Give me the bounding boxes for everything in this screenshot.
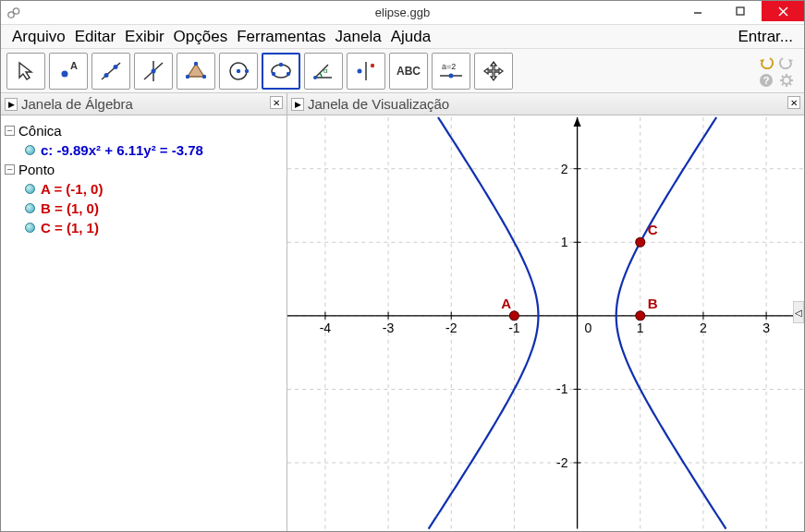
- svg-text:0: 0: [585, 320, 592, 335]
- tree-item-point-a[interactable]: A = (-1, 0): [5, 179, 283, 199]
- svg-text:?: ?: [763, 75, 770, 86]
- svg-text:-1: -1: [556, 382, 568, 397]
- category-label: Cônica: [18, 123, 62, 139]
- slider-tool[interactable]: a=2: [432, 53, 470, 90]
- visibility-dot-icon[interactable]: [25, 184, 35, 194]
- side-collapse-icon[interactable]: ◁: [793, 301, 804, 323]
- point-b-label: B = (1, 0): [41, 200, 99, 216]
- algebra-close-icon[interactable]: ✕: [270, 96, 283, 109]
- menu-editar[interactable]: Editar: [71, 26, 119, 48]
- toolbar-right: ?: [758, 54, 799, 89]
- visibility-dot-icon[interactable]: [25, 223, 35, 233]
- algebra-toggle-icon[interactable]: ▶: [5, 98, 18, 111]
- menu-ajuda[interactable]: Ajuda: [387, 26, 434, 48]
- svg-text:-4: -4: [320, 320, 332, 335]
- svg-point-10: [114, 65, 118, 69]
- tree-item-point-b[interactable]: B = (1, 0): [5, 199, 283, 218]
- menu-opcoes[interactable]: Opções: [170, 26, 232, 48]
- menu-exibir[interactable]: Exibir: [121, 26, 168, 48]
- svg-point-23: [279, 63, 283, 66]
- menu-janela[interactable]: Janela: [332, 26, 385, 48]
- point-tool[interactable]: A: [49, 53, 88, 90]
- move-tool[interactable]: [6, 53, 45, 90]
- svg-text:2: 2: [561, 162, 568, 176]
- svg-point-83: [636, 311, 645, 320]
- svg-text:1: 1: [561, 236, 568, 250]
- graphics-close-icon[interactable]: ✕: [787, 96, 800, 109]
- app-window: elipse.ggb Arquivo Editar Exibir Opções …: [0, 0, 805, 532]
- settings-icon[interactable]: [778, 72, 795, 89]
- svg-point-24: [287, 72, 290, 76]
- collapse-icon[interactable]: −: [5, 164, 15, 175]
- tree-item-conic-c[interactable]: c: -9.89x² + 6.11y² = -3.78: [5, 140, 283, 160]
- graphics-panel-header: ▶ Janela de Visualização ✕: [287, 93, 804, 115]
- svg-text:A: A: [501, 296, 511, 311]
- redo-button[interactable]: [778, 54, 795, 70]
- graph-canvas[interactable]: -4-3-2-1123-2-1120ABC: [287, 115, 804, 531]
- svg-point-15: [194, 62, 198, 66]
- polygon-tool[interactable]: [177, 53, 215, 90]
- point-c-label: C = (1, 1): [41, 220, 99, 236]
- svg-rect-3: [737, 7, 744, 15]
- category-label: Ponto: [18, 162, 55, 177]
- algebra-panel-title: Janela de Álgebra: [21, 96, 133, 112]
- svg-text:A: A: [70, 60, 78, 71]
- svg-point-29: [371, 64, 374, 67]
- minimize-button[interactable]: [677, 1, 719, 21]
- slider-label: a=2: [442, 62, 456, 71]
- graphics-panel-title: Janela de Visualização: [308, 96, 449, 112]
- svg-point-9: [104, 73, 109, 78]
- window-controls: [677, 1, 804, 21]
- svg-point-13: [152, 68, 156, 73]
- reflect-tool[interactable]: [347, 53, 385, 90]
- move-view-tool[interactable]: [474, 53, 513, 90]
- svg-point-34: [783, 77, 790, 84]
- algebra-tree: − Cônica c: -9.89x² + 6.11y² = -3.78 − P…: [1, 115, 287, 243]
- menu-list: Arquivo Editar Exibir Opções Ferramentas…: [8, 26, 434, 48]
- svg-line-39: [782, 76, 784, 78]
- svg-text:B: B: [648, 296, 658, 311]
- tree-category-conic[interactable]: − Cônica: [5, 121, 283, 140]
- svg-point-16: [202, 75, 206, 79]
- svg-line-42: [790, 76, 792, 78]
- conic-tool[interactable]: [262, 53, 300, 90]
- line-tool[interactable]: [91, 53, 130, 90]
- collapse-icon[interactable]: −: [5, 126, 15, 136]
- tree-category-point[interactable]: − Ponto: [5, 160, 283, 179]
- conic-equation: c: -9.89x² + 6.11y² = -3.78: [41, 142, 203, 158]
- visibility-dot-icon[interactable]: [25, 145, 35, 155]
- graphics-toggle-icon[interactable]: ▶: [291, 98, 304, 111]
- svg-line-40: [790, 83, 792, 85]
- perpendicular-tool[interactable]: [134, 53, 173, 90]
- tree-item-point-c[interactable]: C = (1, 1): [5, 218, 283, 237]
- svg-text:-2: -2: [556, 455, 568, 470]
- menu-arquivo[interactable]: Arquivo: [8, 26, 69, 48]
- content-area: ▶ Janela de Álgebra ✕ − Cônica c: -9.89x…: [1, 93, 804, 531]
- svg-point-22: [272, 72, 275, 76]
- visibility-dot-icon[interactable]: [25, 203, 35, 213]
- help-icon[interactable]: ?: [758, 72, 775, 89]
- login-link[interactable]: Entrar...: [734, 26, 797, 48]
- svg-point-6: [62, 70, 68, 77]
- menubar: Arquivo Editar Exibir Opções Ferramentas…: [1, 24, 804, 49]
- svg-point-85: [636, 238, 645, 248]
- svg-point-28: [358, 68, 362, 73]
- circle-tool[interactable]: [219, 53, 258, 90]
- svg-point-19: [237, 69, 240, 73]
- graphics-panel: ▶ Janela de Visualização ✕ -4-3-2-1123-2…: [287, 93, 804, 531]
- svg-line-8: [102, 63, 120, 79]
- menu-ferramentas[interactable]: Ferramentas: [233, 26, 329, 48]
- svg-point-25: [313, 76, 317, 79]
- svg-point-81: [509, 311, 518, 320]
- svg-text:2: 2: [700, 320, 707, 335]
- algebra-panel-header: ▶ Janela de Álgebra ✕: [1, 93, 287, 115]
- svg-text:-2: -2: [445, 320, 457, 335]
- point-a-label: A = (-1, 0): [41, 181, 103, 197]
- svg-text:-3: -3: [383, 320, 395, 335]
- angle-tool[interactable]: α: [304, 53, 343, 90]
- svg-line-41: [782, 83, 784, 85]
- undo-button[interactable]: [758, 54, 775, 70]
- close-button[interactable]: [762, 1, 804, 21]
- maximize-button[interactable]: [719, 1, 762, 21]
- text-tool[interactable]: ABC: [389, 53, 428, 90]
